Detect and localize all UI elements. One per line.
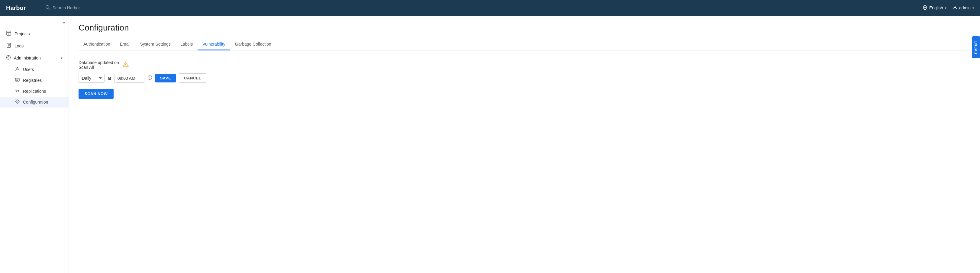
db-updated-label: Database updated on [78,60,119,65]
cancel-button[interactable]: CANCEL [179,73,206,83]
user-icon [953,5,957,11]
app-brand[interactable]: Harbor [6,5,26,11]
main-content: Configuration Authentication Email Syste… [69,16,980,273]
globe-icon [923,5,928,11]
tab-vulnerability[interactable]: Vulnerability [197,39,230,51]
app-body: « Projects Logs [0,16,980,273]
administration-sub-items: Users Registries Replica [0,64,68,108]
svg-line-1 [49,8,50,10]
svg-point-12 [8,57,10,58]
at-label: at [108,76,111,81]
sidebar-item-users[interactable]: Users [0,64,68,75]
navbar-right: English ▾ admin ▾ [923,5,974,11]
admin-icon [6,55,11,61]
administration-section-left: Administration [6,55,41,61]
sidebar-item-configuration[interactable]: Configuration [0,97,68,108]
user-label: admin [959,5,970,10]
db-status-text: Database updated on Scan All [78,60,119,70]
administration-chevron: ▾ [61,56,62,60]
tab-system-settings[interactable]: System Settings [135,39,175,51]
db-status-row: Database updated on Scan All [78,60,970,70]
registries-label: Registries [23,78,42,83]
search-icon [46,5,50,11]
scan-all-label: Scan All [78,65,119,70]
tab-garbage-collection[interactable]: Garbage Collection [230,39,276,51]
sidebar-item-registries[interactable]: Registries [0,75,68,86]
svg-point-17 [126,65,126,66]
administration-section[interactable]: Administration ▾ [0,52,68,64]
configuration-icon [14,99,20,105]
administration-label: Administration [14,56,41,60]
vulnerability-section: Database updated on Scan All Daily Weekl… [78,58,970,101]
search-placeholder: Search Harbor... [52,5,83,10]
chevron-down-icon: ▾ [945,6,947,10]
sidebar: « Projects Logs [0,16,69,273]
svg-point-15 [17,101,18,102]
search-box[interactable]: Search Harbor... [46,5,918,11]
language-selector[interactable]: English ▾ [923,5,947,11]
tab-labels[interactable]: Labels [175,39,197,51]
svg-point-11 [6,56,11,59]
sidebar-item-projects[interactable]: Projects [0,28,68,40]
projects-icon [6,31,11,37]
replications-icon [14,89,20,94]
projects-label: Projects [14,32,30,36]
user-chevron-icon: ▾ [972,6,974,10]
tab-email[interactable]: Email [115,39,135,51]
info-icon[interactable] [148,75,152,81]
navbar: Harbor Search Harbor... English ▾ [0,0,980,16]
warning-icon [123,62,129,68]
language-label: English [929,5,943,10]
replications-label: Replications [23,89,46,94]
time-input[interactable] [114,74,145,83]
tab-authentication[interactable]: Authentication [78,39,115,51]
collapse-icon: « [62,21,65,25]
user-menu[interactable]: admin ▾ [953,5,974,11]
event-tab[interactable]: EVENT [972,36,980,58]
schedule-select[interactable]: Daily Weekly Manual [78,74,105,83]
page-title: Configuration [78,23,970,33]
users-icon [14,67,20,72]
configuration-label: Configuration [23,100,48,105]
svg-point-13 [17,68,18,69]
save-button[interactable]: SAVE [155,74,176,83]
tab-bar: Authentication Email System Settings Lab… [78,39,970,51]
scan-controls: Daily Weekly Manual at SAVE CANCEL [78,73,970,83]
collapse-button[interactable]: « [0,18,68,28]
svg-point-20 [150,76,150,77]
svg-rect-6 [6,31,11,35]
registries-icon [14,78,20,83]
sidebar-item-logs[interactable]: Logs [0,40,68,52]
scan-now-button[interactable]: SCAN NOW [78,89,114,99]
logs-label: Logs [14,43,24,48]
logs-icon [6,43,11,49]
users-label: Users [23,67,34,72]
sidebar-item-replications[interactable]: Replications [0,86,68,97]
